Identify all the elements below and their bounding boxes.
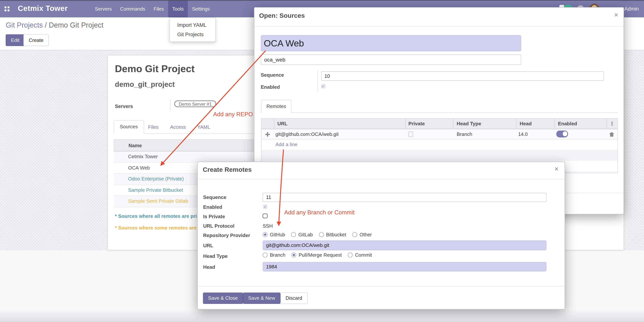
radio-bitbucket-circle[interactable]	[319, 232, 324, 237]
remote-private-cell	[405, 131, 453, 137]
enabled-checkbox[interactable]: ✓	[321, 84, 325, 88]
menu-servers[interactable]: Servers	[91, 1, 116, 17]
annotation-add-any-repo: Add any REPO	[213, 111, 253, 118]
tab-remotes[interactable]: Remotes	[261, 99, 292, 113]
radio-branch-circle[interactable]	[263, 253, 268, 257]
remote-head-type-cell[interactable]: Branch	[453, 131, 516, 137]
breadcrumb-current: Demo Git Project	[49, 21, 103, 29]
radio-branch[interactable]: Branch	[263, 252, 285, 258]
head-label: Head	[203, 264, 215, 270]
menu-item-git-projects[interactable]: Git Projects	[170, 30, 216, 39]
edit-button[interactable]: Edit	[6, 34, 25, 46]
remote-actions-cell	[606, 131, 618, 137]
enabled-toggle[interactable]	[556, 131, 568, 137]
url-input[interactable]: git@github.com:OCA/web.git	[263, 240, 546, 250]
discard-button[interactable]: Discard	[280, 293, 308, 304]
remote-url-cell[interactable]: git@github.com:OCA/web.git	[274, 131, 405, 137]
form-column-divider	[318, 70, 318, 92]
source-code-input[interactable]: oca_web	[261, 54, 521, 65]
radio-commit-circle[interactable]	[348, 253, 353, 257]
sequence-label: Sequence	[203, 194, 226, 200]
add-a-line-link[interactable]: Add a line	[262, 139, 618, 150]
create-remotes-modal: Create Remotes × Sequence 11 Enabled ✓ I…	[197, 161, 565, 310]
radio-other-circle[interactable]	[352, 232, 357, 237]
drag-column-header	[262, 118, 274, 129]
drag-handle-icon[interactable]	[262, 131, 274, 137]
repository-provider-radio-group: GitHub GitLab Bitbucket Other	[263, 232, 372, 237]
sequence-input[interactable]: 11	[263, 193, 546, 202]
radio-github[interactable]: GitHub	[263, 232, 285, 237]
radio-bitbucket[interactable]: Bitbucket	[319, 232, 346, 237]
radio-other-label: Other	[360, 232, 372, 237]
radio-pull-merge-request[interactable]: Pull/Merge Request	[292, 252, 342, 258]
radio-commit[interactable]: Commit	[348, 252, 372, 258]
enabled-column-header[interactable]: Enabled	[554, 118, 606, 129]
source-name-input[interactable]: OCA Web	[261, 35, 521, 51]
menu-item-import-yaml[interactable]: Import YAML	[170, 20, 216, 30]
private-checkbox[interactable]	[408, 131, 413, 137]
breadcrumb: Git Projects / Demo Git Project	[6, 21, 103, 29]
tab-access[interactable]: Access	[164, 121, 192, 134]
user-menu[interactable]: Admin	[624, 6, 639, 12]
create-button[interactable]: Create	[24, 34, 49, 46]
url-label: URL	[203, 243, 213, 248]
menu-files[interactable]: Files	[150, 1, 168, 17]
tab-yaml[interactable]: YAML	[192, 121, 216, 134]
radio-commit-label: Commit	[355, 252, 372, 258]
tab-sources[interactable]: Sources	[114, 120, 144, 134]
is-private-checkbox[interactable]	[263, 213, 268, 218]
url-protocol-label: URL Protocol	[203, 223, 234, 229]
remote-enabled-cell	[554, 131, 606, 137]
menu-commands[interactable]: Commands	[116, 1, 150, 17]
brand[interactable]: Cetmix Tower	[18, 4, 68, 13]
modal-title: Create Remotes	[203, 166, 252, 173]
screen: Demo Git Project demo_git_project Server…	[0, 0, 644, 322]
radio-pull-merge-circle[interactable]	[292, 253, 296, 257]
trash-icon[interactable]	[610, 132, 614, 137]
private-column-header[interactable]: Private	[405, 118, 453, 129]
url-column-header[interactable]: URL	[274, 118, 405, 129]
modal-title: Open: Sources	[259, 12, 305, 20]
empty-row-stripe	[262, 150, 618, 161]
modal-header-divider	[198, 179, 565, 180]
head-column-header[interactable]: Head	[516, 118, 554, 129]
form-column-divider	[170, 99, 170, 111]
enabled-label: Enabled	[261, 84, 280, 90]
sequence-input[interactable]: 10	[321, 71, 604, 81]
head-type-column-header[interactable]: Head Type	[453, 118, 516, 129]
save-and-close-button[interactable]: Save & Close	[203, 293, 243, 304]
server-tag[interactable]: Demo Server #1	[174, 100, 216, 107]
radio-github-label: GitHub	[270, 232, 285, 237]
project-code: demo_git_project	[115, 80, 175, 89]
apps-grid-icon[interactable]	[4, 6, 10, 11]
tab-files[interactable]: Files	[142, 121, 164, 134]
main-menu: Servers Commands Files Tools Settings	[91, 1, 214, 17]
enabled-checkbox[interactable]: ✓	[263, 205, 267, 209]
optional-columns-icon[interactable]: ⋮	[606, 118, 618, 129]
breadcrumb-separator: /	[45, 21, 47, 29]
radio-gitlab[interactable]: GitLab	[291, 232, 313, 237]
modal-header-divider	[254, 26, 624, 26]
repository-provider-label: Repository Provider	[203, 233, 250, 238]
sequence-label: Sequence	[261, 72, 284, 78]
save-and-new-button[interactable]: Save & New	[243, 293, 280, 304]
menu-tools[interactable]: Tools	[168, 1, 188, 17]
name-column-header: Name	[114, 143, 142, 148]
url-protocol-value: SSH	[263, 223, 273, 229]
radio-bitbucket-label: Bitbucket	[326, 232, 346, 237]
head-input[interactable]: 1984	[263, 262, 546, 271]
breadcrumb-git-projects[interactable]: Git Projects	[6, 21, 43, 29]
remote-row[interactable]: git@github.com:OCA/web.git Branch 14.0	[262, 129, 618, 139]
radio-gitlab-label: GitLab	[298, 232, 313, 237]
servers-label: Servers	[115, 103, 133, 109]
notebook-divider	[261, 113, 618, 113]
enabled-label: Enabled	[203, 204, 222, 210]
close-icon[interactable]: ×	[554, 166, 558, 172]
close-icon[interactable]: ×	[614, 12, 618, 18]
radio-gitlab-circle[interactable]	[291, 232, 296, 237]
footnote-private-sources: * Sources where all remotes are pri	[115, 213, 197, 219]
radio-github-circle[interactable]	[263, 232, 268, 237]
remote-head-cell[interactable]: 14.0	[516, 131, 554, 137]
radio-other[interactable]: Other	[352, 232, 372, 237]
menu-settings[interactable]: Settings	[188, 1, 214, 17]
